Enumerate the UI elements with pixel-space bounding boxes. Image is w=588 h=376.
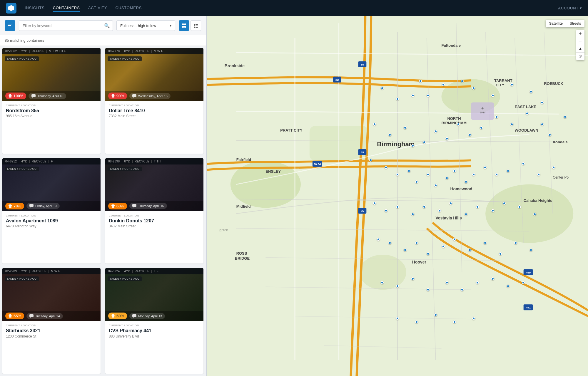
nav-insights[interactable]: INSIGHTS	[25, 4, 45, 12]
map-dot[interactable]	[388, 241, 391, 244]
zoom-in-button[interactable]: +	[576, 30, 584, 37]
container-card[interactable]: 08-2778 | 8YD | RECYCLE | M W F TAKEN 4 …	[105, 48, 203, 154]
map-dot[interactable]	[476, 205, 479, 208]
map-dot[interactable]	[465, 180, 467, 183]
map-dot[interactable]	[499, 252, 502, 255]
map-dot[interactable]	[453, 169, 456, 172]
zoom-out-button[interactable]: −	[576, 37, 584, 45]
map-dot[interactable]	[468, 133, 471, 136]
map-dot[interactable]	[491, 209, 494, 212]
container-card[interactable]: 02-8562 | 2YD | REFUSE | M T W TH F TAKE…	[2, 48, 101, 154]
map-dot[interactable]	[411, 94, 414, 97]
account-menu[interactable]: ACCOUNT ▾	[558, 6, 582, 10]
map-dot[interactable]	[503, 202, 506, 205]
map-dot[interactable]	[419, 80, 422, 83]
map-dot[interactable]	[396, 285, 399, 288]
map-dot[interactable]	[434, 184, 437, 187]
zoom-info-button[interactable]: ⓘ	[576, 53, 584, 60]
map-dot[interactable]	[465, 213, 467, 216]
nav-customers[interactable]: CUSTOMERS	[115, 4, 142, 12]
map-dot[interactable]	[510, 83, 513, 86]
map-dot[interactable]	[445, 281, 448, 284]
map-dot[interactable]	[507, 285, 510, 288]
search-input[interactable]	[19, 20, 113, 31]
map-dot[interactable]	[427, 252, 430, 255]
map-dot[interactable]	[533, 213, 536, 216]
map-dot[interactable]	[415, 180, 418, 183]
map-dot[interactable]	[442, 83, 445, 86]
map-dot[interactable]	[411, 144, 414, 147]
map-dot[interactable]	[491, 94, 494, 97]
map-dot[interactable]	[529, 90, 532, 93]
map-dot[interactable]	[529, 249, 532, 251]
map-dot[interactable]	[385, 166, 387, 169]
map-dot[interactable]	[396, 173, 399, 176]
map-dot[interactable]	[423, 205, 426, 208]
map-dot[interactable]	[411, 213, 414, 216]
map-dot[interactable]	[415, 241, 418, 244]
map-dot[interactable]	[537, 173, 540, 176]
logo[interactable]	[6, 3, 16, 14]
map-dot[interactable]	[423, 141, 426, 144]
map-dot[interactable]	[564, 115, 567, 118]
map-dot[interactable]	[388, 133, 391, 136]
container-card[interactable]: 02-2209 | 2YD | RECYCLE | M W F TAKEN 4 …	[2, 268, 101, 374]
map-dot[interactable]	[518, 205, 521, 208]
map-dot[interactable]	[396, 98, 399, 100]
map-dot[interactable]	[411, 277, 414, 280]
nav-containers[interactable]: CONTAINERS	[53, 4, 80, 12]
map-dot[interactable]	[480, 126, 483, 129]
sort-dropdown[interactable]: Fullness - high to low Fullness - low to…	[116, 20, 175, 31]
map-dot[interactable]	[461, 80, 464, 83]
zoom-north-button[interactable]: ▲	[576, 45, 584, 53]
container-card[interactable]: 08-2398 | 8YD | RECYCLE | T TH TAKEN 4 H…	[105, 158, 203, 264]
map-dot[interactable]	[507, 169, 510, 172]
map-dot[interactable]	[415, 320, 418, 323]
map-dot[interactable]	[491, 277, 494, 280]
map-dot[interactable]	[468, 249, 471, 251]
map-dot[interactable]	[404, 126, 407, 129]
map-dot[interactable]	[495, 173, 498, 176]
grid-view-button[interactable]	[179, 20, 189, 31]
map-dot[interactable]	[442, 245, 445, 248]
map-dot[interactable]	[541, 101, 544, 104]
map-dot[interactable]	[472, 87, 475, 90]
map-dot[interactable]	[369, 159, 372, 162]
map-dot[interactable]	[396, 205, 399, 208]
streets-button[interactable]: Streets	[566, 20, 584, 27]
map-dot[interactable]	[427, 94, 430, 97]
map-dot[interactable]	[472, 317, 475, 320]
satellite-button[interactable]: Satellite	[546, 20, 566, 27]
map-dot[interactable]	[476, 281, 479, 284]
map-dot[interactable]	[445, 137, 448, 140]
map-dot[interactable]	[381, 87, 384, 90]
map-dot[interactable]	[434, 313, 437, 316]
map-dot[interactable]	[385, 209, 387, 212]
map-dot[interactable]	[522, 162, 525, 165]
map-dot[interactable]	[381, 281, 384, 284]
map-dot[interactable]	[427, 288, 430, 291]
map-dot[interactable]	[449, 202, 452, 205]
map-dot[interactable]	[396, 317, 399, 320]
map-dot[interactable]	[541, 123, 544, 126]
map-dot[interactable]	[457, 123, 460, 126]
map-dot[interactable]	[552, 166, 555, 169]
map-dot[interactable]	[526, 112, 529, 115]
map-dot[interactable]	[404, 249, 407, 251]
map-dot[interactable]	[461, 288, 464, 291]
container-card[interactable]: 04-0924 | 4YD | RECYCLE | T F TAKEN 4 HO…	[105, 268, 203, 374]
map-dot[interactable]	[453, 238, 456, 241]
map-dot[interactable]	[453, 320, 456, 323]
map-dot[interactable]	[522, 281, 525, 284]
nav-activity[interactable]: ACTIVITY	[88, 4, 107, 12]
map-dot[interactable]	[495, 115, 498, 118]
map-dot[interactable]	[427, 173, 430, 176]
map-dot[interactable]	[510, 123, 513, 126]
map-dot[interactable]	[484, 166, 487, 169]
map-dot[interactable]	[373, 123, 376, 126]
map-dot[interactable]	[548, 133, 551, 136]
map-dot[interactable]	[445, 177, 448, 179]
map-dot[interactable]	[434, 130, 437, 133]
map-dot[interactable]	[514, 241, 517, 244]
map-dot[interactable]	[438, 209, 441, 212]
